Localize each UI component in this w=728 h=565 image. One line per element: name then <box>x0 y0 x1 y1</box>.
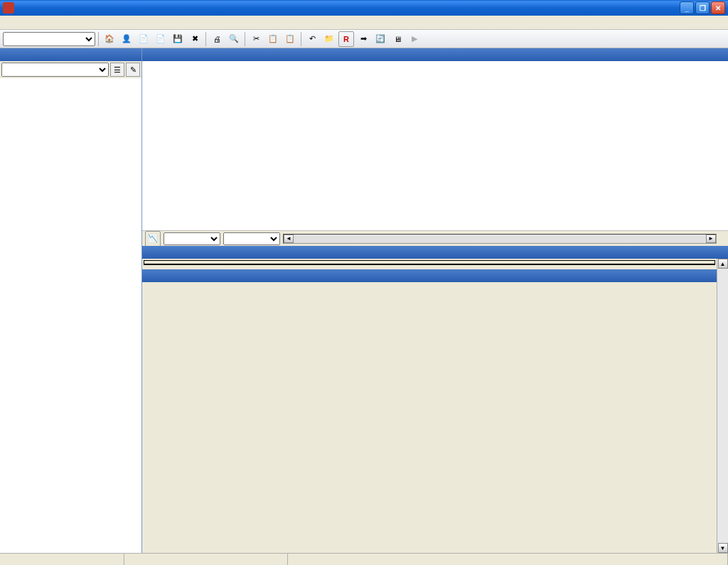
print-icon[interactable]: 🖨 <box>209 31 225 47</box>
list-edit-icon[interactable]: ✎ <box>126 63 140 77</box>
doc2-icon[interactable]: 📄 <box>153 31 168 47</box>
preview-icon[interactable]: 🔍 <box>226 31 242 47</box>
chart-style-icon[interactable]: 📉 <box>145 231 161 247</box>
cut-icon[interactable]: ✂ <box>248 31 264 47</box>
histogram-header <box>142 269 717 282</box>
toolbar: 🏠 👤 📄 📄 💾 ✖ 🖨 🔍 ✂ 📋 📋 ↶ 📁 R ➡ 🔄 🖥 ▶ <box>0 30 728 48</box>
measurement-type-combo[interactable] <box>3 32 95 46</box>
chart-header <box>142 48 728 61</box>
refresh-icon[interactable]: 🔄 <box>373 31 388 47</box>
chart-profile-combo[interactable] <box>164 232 220 245</box>
home-icon[interactable]: 🏠 <box>102 31 117 47</box>
chart-scroll-left-icon[interactable]: ◄ <box>284 235 294 243</box>
screen-icon[interactable]: 🖥 <box>390 31 405 47</box>
paste-icon[interactable]: 📋 <box>282 31 298 47</box>
status-info <box>288 554 728 565</box>
copy-icon[interactable]: 📋 <box>265 31 281 47</box>
status-user <box>0 554 124 565</box>
data-table-container[interactable] <box>0 78 141 553</box>
play-icon[interactable]: ▶ <box>407 31 422 47</box>
user-icon[interactable]: 👤 <box>119 31 134 47</box>
list-chart-icon[interactable]: ☰ <box>110 63 124 77</box>
r-icon[interactable]: R <box>338 31 354 47</box>
right-panel-scrollbar[interactable]: ▲ ▼ <box>717 259 728 553</box>
chart-range-combo[interactable] <box>223 232 280 245</box>
window-titlebar: _ ❐ ✕ <box>0 0 728 16</box>
status-patient <box>124 554 288 565</box>
app-icon <box>3 2 14 14</box>
close-button[interactable]: ✕ <box>711 1 725 14</box>
undo-icon[interactable]: ↶ <box>304 31 320 47</box>
chart-horizontal-scrollbar[interactable]: ◄ ► <box>283 234 717 244</box>
bp-chart[interactable] <box>142 61 728 230</box>
maximize-button[interactable]: ❐ <box>695 1 710 14</box>
menubar <box>0 16 728 30</box>
stats-title <box>144 261 714 264</box>
delete-icon[interactable]: ✖ <box>187 31 203 47</box>
stats-table-container <box>144 260 715 265</box>
scroll-down-icon[interactable]: ▼ <box>718 543 728 553</box>
folder-icon[interactable]: 📁 <box>321 31 337 47</box>
chart-scroll-right-icon[interactable]: ► <box>706 235 716 243</box>
stats-header <box>142 246 728 259</box>
minimize-button[interactable]: _ <box>680 1 694 14</box>
scroll-up-icon[interactable]: ▲ <box>718 259 728 269</box>
data-source-combo[interactable] <box>1 63 109 77</box>
export-icon[interactable]: ➡ <box>355 31 371 47</box>
datalist-header <box>0 48 141 61</box>
doc1-icon[interactable]: 📄 <box>136 31 151 47</box>
save-icon[interactable]: 💾 <box>170 31 186 47</box>
statusbar <box>0 553 728 565</box>
